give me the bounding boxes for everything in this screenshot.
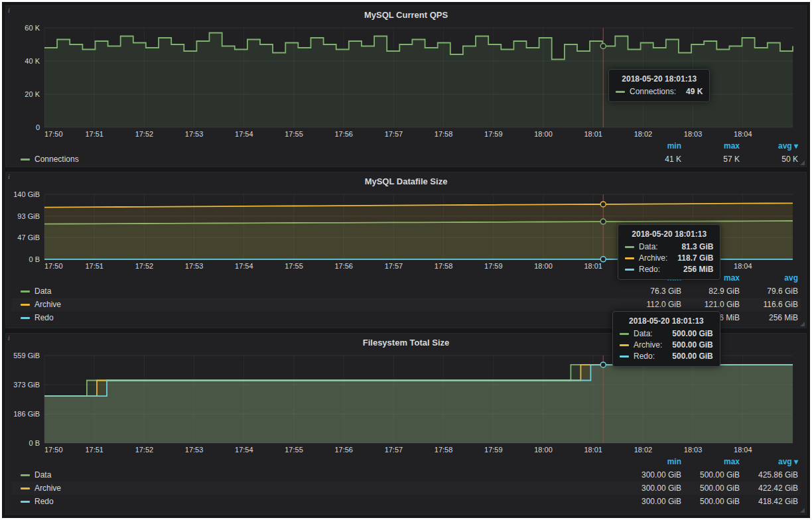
series-min-value: 300.00 GiB	[623, 470, 681, 480]
svg-text:17:55: 17:55	[285, 446, 303, 454]
svg-text:18:00: 18:00	[534, 262, 553, 270]
svg-text:17:53: 17:53	[185, 446, 204, 454]
svg-text:17:51: 17:51	[85, 446, 103, 454]
svg-text:17:51: 17:51	[85, 130, 103, 138]
series-min-value: 300.00 GiB	[623, 497, 681, 506]
panel-mysql-datafile-size: i MySQL Datafile Size 17:5017:5117:5217:…	[5, 172, 807, 328]
svg-text:17:50: 17:50	[44, 130, 63, 138]
tooltip-series-name: Data:	[634, 329, 667, 338]
series-avg-value: 256 MiB	[740, 313, 798, 322]
tooltip-row: Redo: 500.00 GiB	[620, 352, 713, 361]
sort-avg[interactable]: avg ▾	[740, 141, 798, 152]
graph-tooltip: 2018-05-20 18:01:13 Connections: 49 K	[608, 69, 710, 102]
sort-avg[interactable]: avg ▾	[740, 457, 798, 468]
series-toggle-redo[interactable]: Redo	[21, 497, 623, 506]
svg-text:373 GiB: 373 GiB	[13, 381, 40, 389]
svg-text:17:55: 17:55	[285, 262, 303, 270]
svg-text:17:57: 17:57	[385, 446, 403, 454]
series-toggle-archive[interactable]: Archive	[21, 300, 623, 309]
grafana-dashboard: i MySQL Current QPS 17:5017:5117:5217:53…	[2, 2, 810, 518]
series-color-dash	[21, 487, 30, 489]
tooltip-series-value: 256 MiB	[683, 265, 713, 274]
svg-text:18:04: 18:04	[734, 262, 752, 270]
tooltip-timestamp: 2018-05-20 18:01:13	[620, 316, 713, 326]
legend-sort-header: min max avg ▾	[11, 456, 801, 468]
series-max-value: 500.00 GiB	[681, 484, 740, 493]
panel-title[interactable]: MySQL Current QPS	[11, 7, 801, 23]
svg-text:18:03: 18:03	[684, 446, 703, 454]
tooltip-series-value: 500.00 GiB	[672, 329, 712, 338]
panel-info-icon[interactable]: i	[8, 7, 10, 14]
svg-text:17:59: 17:59	[484, 130, 503, 138]
svg-text:18:01: 18:01	[584, 446, 602, 454]
svg-text:17:57: 17:57	[385, 130, 403, 138]
series-color-dash	[620, 333, 629, 335]
series-min-value: 112.0 GiB	[623, 300, 681, 309]
series-color-dash	[21, 501, 30, 503]
tooltip-series-name: Archive:	[639, 253, 673, 263]
series-max-value: 82.9 GiB	[681, 287, 740, 296]
panel-info-icon[interactable]: i	[8, 334, 10, 342]
panel-mysql-current-qps: i MySQL Current QPS 17:5017:5117:5217:53…	[5, 5, 807, 167]
series-toggle-redo[interactable]: Redo	[21, 313, 623, 322]
tooltip-timestamp: 2018-05-20 18:01:13	[625, 229, 713, 239]
panel-resize-handle[interactable]	[800, 508, 805, 513]
series-max-value: 121.0 GiB	[681, 300, 740, 309]
series-toggle-data[interactable]: Data	[21, 287, 623, 296]
svg-text:17:50: 17:50	[44, 446, 63, 454]
svg-text:17:59: 17:59	[484, 262, 503, 270]
panel-resize-handle[interactable]	[800, 161, 805, 165]
svg-text:17:54: 17:54	[235, 130, 253, 138]
series-avg-value: 116.6 GiB	[740, 300, 798, 309]
graph-tooltip: 2018-05-20 18:01:13 Data: 500.00 GiB Arc…	[612, 311, 720, 367]
svg-text:60 K: 60 K	[25, 24, 40, 32]
svg-text:0 B: 0 B	[29, 255, 40, 263]
svg-text:17:58: 17:58	[435, 130, 453, 138]
sort-min[interactable]: min	[623, 141, 681, 152]
sort-max[interactable]: max	[681, 141, 740, 152]
series-color-dash	[625, 269, 634, 271]
svg-text:17:55: 17:55	[285, 130, 303, 138]
sort-min[interactable]: min	[623, 457, 681, 468]
panel-title[interactable]: MySQL Datafile Size	[11, 174, 801, 189]
series-toggle-archive[interactable]: Archive	[21, 484, 623, 493]
sort-max[interactable]: max	[681, 457, 740, 468]
series-label: Connections	[34, 155, 79, 164]
legend-row-archive: Archive 300.00 GiB 500.00 GiB 422.42 GiB	[11, 482, 801, 495]
svg-text:18:00: 18:00	[534, 446, 553, 454]
series-color-dash	[620, 344, 629, 346]
legend-row-connections: Connections 41 K 57 K 50 K	[11, 153, 801, 166]
series-label: Redo	[34, 313, 54, 322]
panel-filesystem-total-size: i Filesystem Total Size 17:5017:5117:521…	[5, 333, 807, 515]
panel-info-icon[interactable]: i	[8, 173, 10, 180]
svg-text:17:52: 17:52	[135, 262, 154, 270]
series-avg-value: 50 K	[740, 155, 798, 164]
series-color-dash	[21, 159, 30, 161]
legend-row-data: Data 76.3 GiB 82.9 GiB 79.6 GiB	[11, 285, 801, 298]
graph-tooltip: 2018-05-20 18:01:13 Data: 81.3 GiB Archi…	[618, 224, 720, 280]
tooltip-series-value: 500.00 GiB	[672, 352, 712, 361]
tooltip-series-value: 500.00 GiB	[672, 340, 712, 350]
svg-text:17:51: 17:51	[85, 262, 103, 270]
sort-avg[interactable]: avg	[740, 273, 798, 284]
series-avg-value: 418.42 GiB	[740, 497, 798, 506]
svg-text:17:59: 17:59	[484, 446, 503, 454]
svg-text:18:01: 18:01	[584, 262, 602, 270]
svg-text:17:58: 17:58	[435, 446, 453, 454]
panel-resize-handle[interactable]	[800, 322, 805, 326]
series-avg-value: 425.86 GiB	[740, 470, 798, 480]
legend-row-data: Data 300.00 GiB 500.00 GiB 425.86 GiB	[11, 468, 801, 482]
series-toggle-connections[interactable]: Connections	[21, 155, 623, 164]
tooltip-row: Connections: 49 K	[616, 87, 703, 96]
screenshot-frame: i MySQL Current QPS 17:5017:5117:5217:53…	[0, 0, 812, 520]
series-toggle-data[interactable]: Data	[21, 470, 623, 480]
tooltip-timestamp: 2018-05-20 18:01:13	[616, 74, 703, 84]
legend-row-archive: Archive 112.0 GiB 121.0 GiB 116.6 GiB	[11, 298, 801, 311]
legend-sort-header: min max avg ▾	[11, 141, 801, 153]
series-max-value: 500.00 GiB	[681, 497, 740, 506]
svg-text:17:58: 17:58	[435, 262, 453, 270]
legend-row-redo: Redo 300.00 GiB 500.00 GiB 418.42 GiB	[11, 495, 801, 508]
series-label: Data	[34, 470, 51, 480]
svg-text:17:57: 17:57	[385, 262, 403, 270]
tooltip-series-value: 81.3 GiB	[681, 242, 713, 251]
